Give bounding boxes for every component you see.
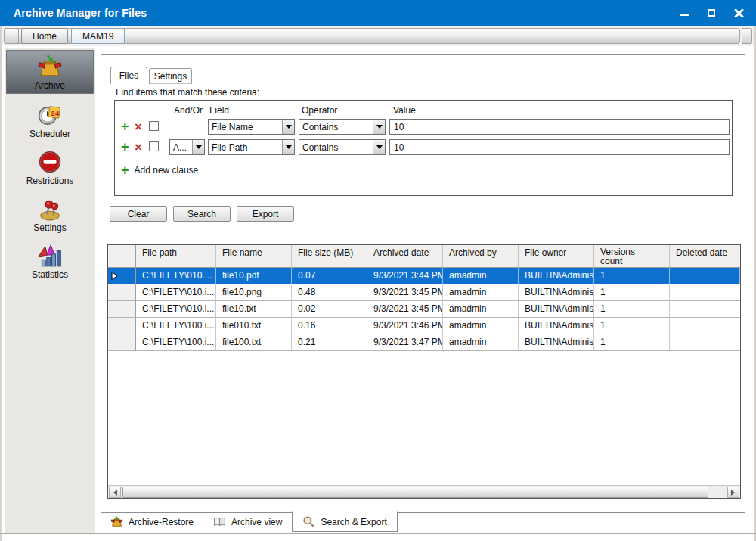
cell-versions-count: 1	[594, 334, 670, 351]
value-input[interactable]	[389, 119, 730, 135]
minimize-icon	[680, 14, 689, 16]
cell-file-size: 0.48	[292, 284, 367, 301]
cell-file-path: C:\FILETY\010....	[136, 268, 216, 284]
tab-files[interactable]: Files	[110, 67, 147, 84]
add-clause-icon[interactable]: +	[121, 119, 129, 134]
sidebar-item-settings[interactable]: Settings	[5, 191, 95, 238]
andor-dropdown[interactable]: A...	[169, 139, 205, 155]
column-header-archived-by[interactable]: Archived by	[443, 245, 519, 267]
scheduler-clock-icon: 24	[37, 102, 63, 128]
cell-archived-by: amadmin	[443, 268, 519, 284]
table-row[interactable]: C:\FILETY\100.i... file010.txt 0.16 9/3/…	[108, 318, 740, 334]
mam19-button[interactable]: MAM19	[71, 28, 125, 44]
cell-file-owner: BUILTIN\Adminis...	[519, 268, 594, 284]
row-indicator-cell	[108, 284, 136, 301]
sidebar-item-scheduler[interactable]: 24 Scheduler	[5, 97, 95, 144]
table-row[interactable]: C:\FILETY\010.i... file10.png 0.48 9/3/2…	[108, 284, 740, 301]
export-button[interactable]: Export	[237, 206, 294, 222]
cell-deleted-date	[670, 284, 740, 301]
scroll-left-button[interactable]	[109, 487, 121, 498]
dropdown-button[interactable]	[373, 140, 385, 154]
content-panel: Files Settings Find items that match the…	[101, 54, 745, 513]
cell-file-name: file10.png	[216, 284, 292, 301]
column-header-file-path[interactable]: File path	[136, 245, 216, 267]
field-dropdown[interactable]: File Path	[208, 139, 295, 155]
scrollbar-thumb[interactable]	[122, 487, 708, 498]
search-button[interactable]: Search	[173, 206, 231, 222]
cell-file-owner: BUILTIN\Adminis...	[519, 334, 594, 351]
cell-file-size: 0.07	[292, 268, 367, 284]
column-header-file-owner[interactable]: File owner	[519, 245, 594, 267]
column-header-file-size[interactable]: File size (MB)	[292, 245, 367, 267]
dropdown-button[interactable]	[282, 140, 294, 154]
tab-archive-view[interactable]: Archive view	[203, 512, 292, 531]
tab-settings[interactable]: Settings	[149, 68, 192, 84]
value-input[interactable]	[389, 139, 730, 155]
maximize-button[interactable]	[703, 5, 720, 21]
column-header-file-name[interactable]: File name	[216, 245, 292, 267]
home-button[interactable]: Home	[21, 28, 68, 44]
tab-search-export[interactable]: Search & Export	[292, 511, 397, 532]
criteria-row: + × A... File Path Contains	[115, 138, 732, 159]
close-button[interactable]	[730, 5, 747, 21]
cell-file-name: file10.txt	[216, 301, 292, 318]
dropdown-button[interactable]	[282, 120, 294, 134]
field-dropdown-value: File Path	[209, 140, 282, 154]
table-row[interactable]: C:\FILETY\010.... file10.pdf 0.07 9/3/20…	[108, 268, 740, 284]
add-new-clause-link[interactable]: + Add new clause	[121, 163, 198, 178]
cell-file-size: 0.21	[292, 334, 367, 351]
add-clause-icon[interactable]: +	[121, 139, 129, 154]
delete-clause-icon[interactable]: ×	[135, 140, 142, 155]
operator-dropdown[interactable]: Contains	[299, 139, 386, 155]
criteria-header-field: Field	[209, 105, 229, 116]
toolbar-endcap-button[interactable]	[742, 28, 752, 44]
sidebar-item-label: Statistics	[32, 269, 68, 280]
operator-dropdown-value: Contains	[299, 120, 373, 134]
sidebar-item-label: Restrictions	[26, 176, 74, 186]
chevron-down-icon	[376, 145, 383, 152]
scheduler-badge-text: 24	[51, 108, 60, 117]
delete-clause-icon[interactable]: ×	[135, 120, 142, 135]
table-row[interactable]: C:\FILETY\100.i... file100.txt 0.21 9/3/…	[108, 334, 740, 351]
dropdown-button[interactable]	[373, 120, 385, 134]
window-controls	[676, 0, 747, 26]
dropdown-button[interactable]	[192, 140, 204, 154]
chevron-down-icon	[286, 125, 292, 132]
operator-dropdown[interactable]: Contains	[299, 119, 386, 135]
column-header-deleted-date[interactable]: Deleted date	[670, 245, 740, 267]
column-header-versions-count[interactable]: Versions count	[594, 245, 670, 267]
criteria-header-value: Value	[393, 105, 416, 116]
sidebar-item-statistics[interactable]: Statistics	[5, 238, 95, 284]
minimize-button[interactable]	[676, 5, 692, 21]
tab-archive-restore[interactable]: Archive-Restore	[101, 512, 203, 531]
toolbar-grip-button[interactable]	[5, 28, 19, 44]
cell-file-path: C:\FILETY\010.i...	[136, 301, 216, 318]
clause-checkbox[interactable]	[149, 141, 159, 151]
field-dropdown[interactable]: File Name	[208, 119, 295, 135]
row-arrow-icon	[111, 272, 118, 280]
clause-checkbox[interactable]	[149, 121, 159, 131]
sidebar-item-restrictions[interactable]: Restrictions	[5, 144, 95, 191]
column-header-archived-date[interactable]: Archived date	[367, 245, 443, 267]
cell-archived-by: amadmin	[443, 318, 519, 334]
sidebar-item-label: Archive	[35, 80, 65, 91]
arrow-left-icon	[110, 490, 117, 496]
window-title: Archive Manager for Files	[14, 7, 147, 19]
book-icon	[213, 515, 226, 528]
tab-label: Search & Export	[321, 517, 386, 527]
cell-file-name: file010.txt	[216, 318, 292, 334]
cell-file-owner: BUILTIN\Adminis...	[519, 284, 594, 301]
scroll-right-button[interactable]	[727, 487, 739, 498]
cell-archived-date: 9/3/2021 3:47 PM	[367, 334, 443, 351]
criteria-caption: Find items that match these criteria:	[116, 87, 259, 98]
cell-versions-count: 1	[594, 301, 670, 318]
tab-label: Archive view	[231, 517, 282, 527]
cell-archived-date: 9/3/2021 3:45 PM	[367, 284, 443, 301]
cell-deleted-date	[670, 334, 740, 351]
cell-file-name: file100.txt	[216, 334, 292, 351]
clear-button[interactable]: Clear	[110, 206, 167, 222]
settings-pins-icon	[37, 196, 63, 222]
horizontal-scrollbar[interactable]	[108, 485, 740, 498]
table-row[interactable]: C:\FILETY\010.i... file10.txt 0.02 9/3/2…	[108, 301, 740, 318]
sidebar-item-archive[interactable]: Archive	[6, 50, 94, 94]
